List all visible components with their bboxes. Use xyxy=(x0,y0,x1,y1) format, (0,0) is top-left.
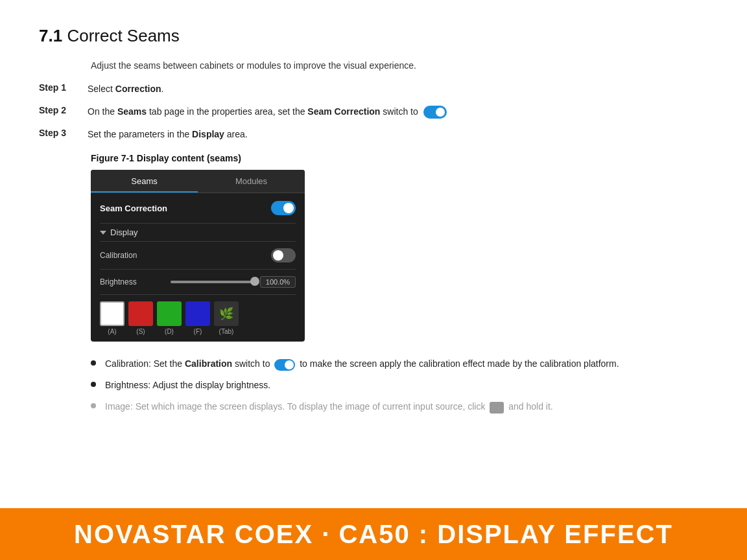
bullet-calibration: Calibration: Set the Calibration switch … xyxy=(91,357,708,371)
section-heading: Correct Seams xyxy=(67,26,179,45)
calibration-inline-icon xyxy=(274,359,295,371)
swatch-box-image: 🌿 xyxy=(214,301,239,326)
swatch-label-d: (D) xyxy=(165,328,174,335)
brightness-slider-thumb[interactable] xyxy=(250,277,259,286)
brightness-slider-fill xyxy=(171,281,255,283)
main-content: 7.1 Correct Seams Adjust the seams betwe… xyxy=(0,0,747,434)
figure-caption: Figure 7-1 Display content (seams) xyxy=(91,153,708,163)
swatch-box-green xyxy=(157,301,182,326)
footer-text: NOVASTAR COEX · CA50 : DISPLAY EFFECT xyxy=(74,520,673,549)
step-1-label: Step 1 xyxy=(39,82,88,93)
panel-tabs: Seams Modules xyxy=(91,170,305,193)
step-2-row: Step 2 On the Seams tab page in the prop… xyxy=(39,105,708,119)
brightness-row: Brightness 100.0% xyxy=(91,270,305,294)
tab-modules[interactable]: Modules xyxy=(198,170,305,192)
step-2-label: Step 2 xyxy=(39,105,88,115)
swatch-white[interactable]: (A) xyxy=(100,301,124,335)
image-icon xyxy=(490,402,504,414)
seam-correction-row: Seam Correction xyxy=(91,193,305,223)
arrow-down-icon xyxy=(100,231,106,235)
bullet-list: Calibration: Set the Calibration switch … xyxy=(91,357,708,414)
calibration-row: Calibration xyxy=(91,242,305,269)
swatch-label-tab: (Tab) xyxy=(219,328,234,335)
swatches-row: (A) (S) (D) (F) 🌿 (Tab) xyxy=(91,295,305,342)
calibration-label: Calibration xyxy=(100,251,137,260)
bullet-dot-1 xyxy=(91,360,96,366)
bullet-dot-3 xyxy=(91,403,96,408)
swatch-box-red xyxy=(128,301,153,326)
section-title: 7.1 Correct Seams xyxy=(39,26,708,46)
brightness-slider-container: 100.0% xyxy=(171,276,296,288)
bullet-image: Image: Set which image the screen displa… xyxy=(91,400,708,414)
bullet-calibration-text: Calibration: Set the Calibration switch … xyxy=(105,357,619,371)
swatch-red[interactable]: (S) xyxy=(128,301,153,335)
swatch-blue[interactable]: (F) xyxy=(185,301,210,335)
bullet-brightness: Brightness: Adjust the display brightnes… xyxy=(91,379,708,392)
calibration-toggle[interactable] xyxy=(271,248,296,262)
step-3-label: Step 3 xyxy=(39,128,88,138)
step-1-row: Step 1 Select Correction. xyxy=(39,82,708,96)
swatch-green[interactable]: (D) xyxy=(157,301,182,335)
step-2-text: On the Seams tab page in the properties … xyxy=(88,105,708,119)
seam-correction-toggle-icon xyxy=(423,106,447,119)
step-3-text: Set the parameters in the Display area. xyxy=(88,128,708,141)
swatch-image[interactable]: 🌿 (Tab) xyxy=(214,301,239,335)
swatch-label-f: (F) xyxy=(194,328,202,335)
figure-container: Figure 7-1 Display content (seams) Seams… xyxy=(91,153,708,342)
seam-correction-panel-toggle[interactable] xyxy=(271,201,296,215)
step-3-row: Step 3 Set the parameters in the Display… xyxy=(39,128,708,141)
swatch-label-s: (S) xyxy=(136,328,145,335)
swatch-label-a: (A) xyxy=(108,328,116,335)
bullet-brightness-text: Brightness: Adjust the display brightnes… xyxy=(105,379,270,392)
calibration-inline-toggle xyxy=(274,359,295,371)
brightness-label: Brightness xyxy=(100,277,137,286)
footer-bar: NOVASTAR COEX · CA50 : DISPLAY EFFECT xyxy=(0,508,747,560)
intro-text: Adjust the seams between cabinets or mod… xyxy=(91,60,708,71)
display-section-title: Display xyxy=(91,224,305,241)
dark-panel: Seams Modules Seam Correction Display C xyxy=(91,170,305,342)
swatch-box-blue xyxy=(185,301,210,326)
bullet-image-text: Image: Set which image the screen displa… xyxy=(105,400,553,414)
brightness-slider-track[interactable] xyxy=(171,281,255,283)
seam-correction-label: Seam Correction xyxy=(100,204,167,213)
tab-seams[interactable]: Seams xyxy=(91,170,198,192)
step-2-toggle xyxy=(423,106,447,119)
section-number: 7.1 xyxy=(39,26,62,45)
steps: Step 1 Select Correction. Step 2 On the … xyxy=(39,82,708,141)
bullet-dot-2 xyxy=(91,382,96,387)
swatch-box-white xyxy=(100,301,124,326)
step-1-text: Select Correction. xyxy=(88,82,708,96)
brightness-value[interactable]: 100.0% xyxy=(260,276,296,288)
